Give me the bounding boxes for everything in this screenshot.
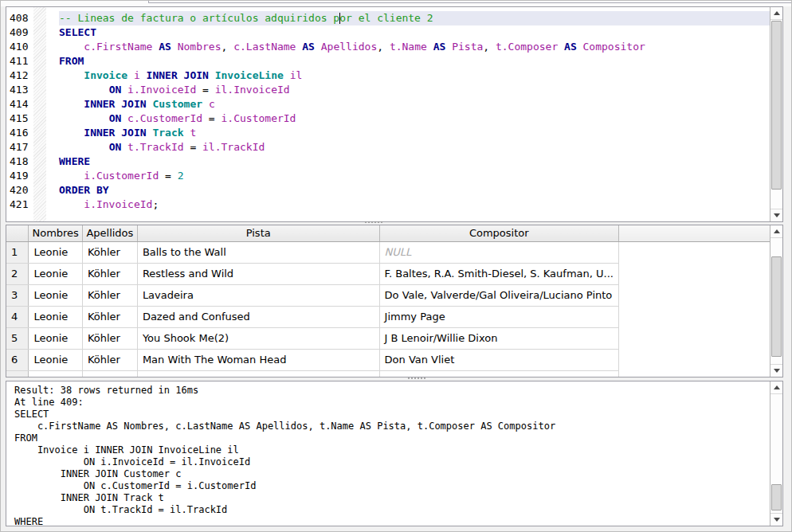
line-number: 414 xyxy=(10,97,33,111)
line-number: 412 xyxy=(10,68,33,83)
editor-lines: 408-- Lineas de factura o artículos adqu… xyxy=(6,7,770,212)
line-number: 417 xyxy=(10,140,33,155)
data-cell[interactable]: NULL xyxy=(379,241,618,263)
line-number: 419 xyxy=(10,169,33,183)
data-cell[interactable]: Restless and Wild xyxy=(137,263,379,284)
query-log: Result: 38 rows returned in 16ms At line… xyxy=(6,381,770,526)
data-cell[interactable] xyxy=(29,370,82,377)
line-number: 413 xyxy=(10,83,33,97)
line-number: 421 xyxy=(10,198,33,212)
row-number-cell[interactable]: 2 xyxy=(6,263,29,284)
code-line[interactable]: 411FROM xyxy=(6,54,770,68)
sql-editor[interactable]: 408-- Lineas de factura o artículos adqu… xyxy=(6,7,770,221)
data-cell[interactable]: Köhler xyxy=(82,284,137,306)
column-header[interactable]: Apellidos xyxy=(82,225,137,241)
table-row: 1LeonieKöhlerBalls to the WallNULL xyxy=(6,241,770,263)
data-cell[interactable]: Köhler xyxy=(82,306,137,327)
data-cell[interactable]: Balls to the Wall xyxy=(137,241,379,263)
arrow-down-icon xyxy=(774,369,780,373)
editor-scroll-thumb[interactable] xyxy=(771,21,782,190)
data-cell[interactable]: Leonie xyxy=(29,284,82,306)
grid-vertical-scrollbar[interactable] xyxy=(770,225,782,377)
line-number: 410 xyxy=(10,40,33,54)
code-line[interactable]: 421 i.InvoiceId; xyxy=(6,198,770,212)
code-line[interactable]: 410 c.FirstName AS Nombres, c.LastName A… xyxy=(6,40,770,54)
results-grid[interactable]: NombresApellidosPistaCompositor1LeonieKö… xyxy=(6,225,770,377)
column-header[interactable]: Compositor xyxy=(379,225,618,241)
data-cell[interactable]: Leonie xyxy=(29,327,82,349)
data-cell[interactable] xyxy=(379,370,618,377)
data-cell[interactable] xyxy=(82,370,137,377)
data-cell[interactable]: Leonie xyxy=(29,349,82,370)
line-number: 418 xyxy=(10,155,33,169)
row-filler xyxy=(618,370,770,377)
code-line[interactable]: 414 INNER JOIN Customer c xyxy=(6,97,770,111)
data-cell[interactable]: Köhler xyxy=(82,349,137,370)
arrow-up-icon xyxy=(774,385,780,389)
header-filler xyxy=(618,225,770,241)
row-number-cell[interactable]: 6 xyxy=(6,349,29,370)
data-cell[interactable]: J B Lenoir/Willie Dixon xyxy=(379,327,618,349)
results-table: NombresApellidosPistaCompositor1LeonieKö… xyxy=(6,225,770,377)
sql-editor-pane: 408-- Lineas de factura o artículos adqu… xyxy=(6,6,783,222)
code-line[interactable]: 416 INNER JOIN Track t xyxy=(6,126,770,140)
scroll-down-button[interactable] xyxy=(770,209,782,221)
row-filler xyxy=(618,327,770,349)
splitter-grid-output[interactable] xyxy=(408,377,425,380)
query-log-text: Result: 38 rows returned in 16ms At line… xyxy=(6,381,770,526)
data-cell[interactable]: Leonie xyxy=(29,263,82,284)
data-cell[interactable]: You Shook Me(2) xyxy=(137,327,379,349)
data-cell[interactable] xyxy=(137,370,379,377)
text-cursor xyxy=(339,13,340,24)
data-cell[interactable]: Don Van Vliet xyxy=(379,349,618,370)
code-line[interactable]: 412 Invoice i INNER JOIN InvoiceLine il xyxy=(6,68,770,83)
data-cell[interactable]: F. Baltes, R.A. Smith-Diesel, S. Kaufman… xyxy=(379,263,618,284)
row-filler xyxy=(618,306,770,327)
editor-vertical-scrollbar[interactable] xyxy=(770,7,782,221)
scroll-up-button[interactable] xyxy=(770,381,782,394)
scroll-down-button[interactable] xyxy=(770,513,782,526)
query-log-pane: Result: 38 rows returned in 16ms At line… xyxy=(6,381,783,526)
line-number: 408 xyxy=(10,11,33,25)
row-number-cell[interactable]: 1 xyxy=(6,241,29,263)
code-line[interactable]: 415 ON c.CustomerId = i.CustomerId xyxy=(6,111,770,126)
results-grid-pane: NombresApellidosPistaCompositor1LeonieKö… xyxy=(6,225,783,377)
scroll-up-button[interactable] xyxy=(770,225,782,238)
data-cell[interactable]: Jimmy Page xyxy=(379,306,618,327)
row-number-cell[interactable]: 3 xyxy=(6,284,29,306)
scroll-up-button[interactable] xyxy=(770,7,782,20)
column-header[interactable]: Nombres xyxy=(29,225,82,241)
data-cell[interactable]: Leonie xyxy=(29,241,82,263)
data-cell[interactable]: Man With The Woman Head xyxy=(137,349,379,370)
column-header[interactable]: Pista xyxy=(137,225,379,241)
code-line[interactable]: 420ORDER BY xyxy=(6,183,770,198)
row-filler xyxy=(618,349,770,370)
data-cell[interactable]: Lavadeira xyxy=(137,284,379,306)
data-cell[interactable]: Dazed and Confused xyxy=(137,306,379,327)
tab-bar-remnant xyxy=(1,1,791,6)
line-number: 411 xyxy=(10,54,33,68)
data-cell[interactable]: Köhler xyxy=(82,263,137,284)
row-number-cell[interactable]: 5 xyxy=(6,327,29,349)
row-number-cell[interactable] xyxy=(6,370,29,377)
scroll-down-button[interactable] xyxy=(770,364,782,377)
data-cell[interactable]: Köhler xyxy=(82,241,137,263)
code-line[interactable]: 419 i.CustomerId = 2 xyxy=(6,169,770,183)
data-cell[interactable]: Leonie xyxy=(29,306,82,327)
grid-scroll-thumb[interactable] xyxy=(771,256,782,357)
code-line[interactable]: 409SELECT xyxy=(6,25,770,40)
arrow-up-icon xyxy=(774,11,780,15)
output-scroll-thumb[interactable] xyxy=(771,484,782,510)
data-cell[interactable]: Do Vale, Valverde/Gal Oliveira/Luciano P… xyxy=(379,284,618,306)
row-number-cell[interactable]: 4 xyxy=(6,306,29,327)
code-line[interactable]: 417 ON t.TrackId = il.TrackId xyxy=(6,140,770,155)
column-header[interactable] xyxy=(6,225,29,241)
code-line[interactable]: 413 ON i.InvoiceId = il.InvoiceId xyxy=(6,83,770,97)
line-number: 415 xyxy=(10,111,33,126)
table-row: 5LeonieKöhlerYou Shook Me(2)J B Lenoir/W… xyxy=(6,327,770,349)
code-line[interactable]: 408-- Lineas de factura o artículos adqu… xyxy=(6,11,770,25)
output-vertical-scrollbar[interactable] xyxy=(770,381,782,526)
code-line[interactable]: 418WHERE xyxy=(6,155,770,169)
data-cell[interactable]: Köhler xyxy=(82,327,137,349)
splitter-editor-grid[interactable] xyxy=(365,221,382,224)
